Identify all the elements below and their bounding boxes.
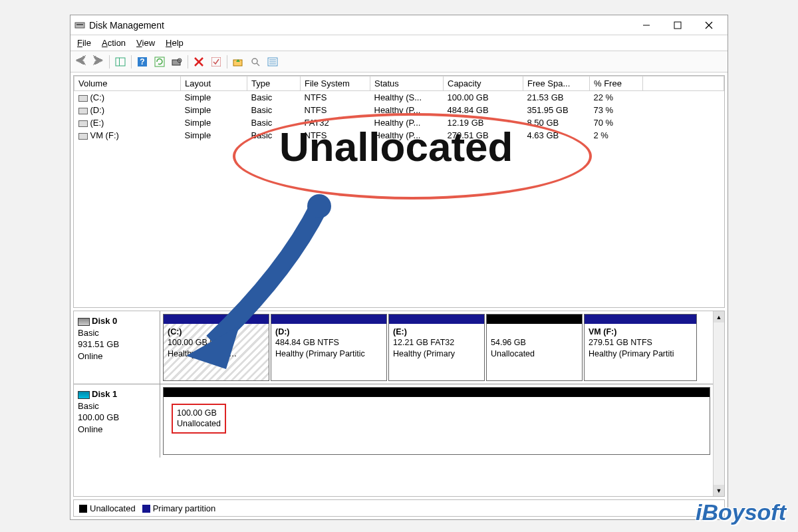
partition-primary[interactable]: (C:)100.00 GB NTFSHealthy (System… [163,314,269,381]
rescan-icon[interactable] [169,54,185,70]
partition-body: 54.96 GBUnallocated [487,324,582,380]
partition-body: (C:)100.00 GB NTFSHealthy (System… [164,324,269,380]
partition-primary[interactable]: (D:)484.84 GB NTFSHealthy (Primary Parti… [271,314,387,381]
disk-row-0: Disk 0 Basic 931.51 GB Online (C:)100.00… [74,311,713,384]
scroll-up-icon[interactable]: ▲ [714,311,724,323]
disk0-partitions: (C:)100.00 GB NTFSHealthy (System… (D:)4… [160,311,713,384]
svg-text:?: ? [140,57,144,66]
drive-icon [78,120,88,127]
col-capacity[interactable]: Capacity [444,76,523,91]
disk-management-window: Disk Management File Action View Help ⮜ … [70,15,728,520]
menu-action[interactable]: Action [102,38,126,48]
col-pfree[interactable]: % Free [590,76,643,91]
partition-primary[interactable]: (E:)12.21 GB FAT32Healthy (Primary [388,314,485,381]
delete-icon[interactable] [191,54,207,70]
window-controls [631,16,724,35]
volume-row[interactable]: (C:)SimpleBasicNTFSHealthy (S...100.00 G… [74,91,724,104]
partition-header [164,315,269,324]
svg-rect-6 [116,58,125,66]
menu-file[interactable]: File [77,38,91,48]
nav-forward-button[interactable]: ⮞ [90,54,106,70]
svg-rect-3 [674,22,681,29]
disk1-label[interactable]: Disk 1 Basic 100.00 GB Online [74,384,160,458]
nav-back-button[interactable]: ⮜ [73,54,89,70]
partition-header [585,315,696,324]
svg-point-17 [252,59,257,64]
disk-row-1: Disk 1 Basic 100.00 GB Online 100.00 GB … [74,384,713,458]
legend-primary: Primary partition [142,503,216,513]
menu-help[interactable]: Help [166,38,184,48]
svg-line-18 [257,63,259,66]
svg-rect-7 [119,58,120,66]
partition-primary[interactable]: VM (F:)279.51 GB NTFSHealthy (Primary Pa… [584,314,697,381]
volume-row[interactable]: (D:)SimpleBasicNTFSHealthy (P...484.84 G… [74,104,724,116]
partition-header [389,315,484,324]
help-icon[interactable]: ? [134,54,150,70]
disk-graphical-panel: ▲ ▼ Disk 0 Basic 931.51 GB Online (C:)10… [73,311,725,497]
vertical-scrollbar[interactable]: ▲ ▼ [713,311,724,496]
drive-icon [78,133,88,140]
col-free[interactable]: Free Spa... [523,76,590,91]
minimize-button[interactable] [631,16,661,35]
partition-body: VM (F:)279.51 GB NTFSHealthy (Primary Pa… [585,324,696,380]
col-fs[interactable]: File System [301,76,370,91]
partition-unallocated[interactable]: 54.96 GBUnallocated [486,314,583,381]
search-icon[interactable] [247,54,263,70]
menu-view[interactable]: View [136,38,155,48]
disk1-partitions: 100.00 GB Unallocated [160,384,713,458]
titlebar: Disk Management [70,15,728,35]
partition-header-unallocated [164,388,710,397]
disk-icon [78,318,90,326]
volume-list-panel: Volume Layout Type File System Status Ca… [73,75,725,308]
refresh-icon[interactable] [152,54,168,70]
list-icon[interactable] [265,54,281,70]
col-type[interactable]: Type [247,76,301,91]
highlight-box: 100.00 GB Unallocated [172,404,226,434]
check-icon[interactable] [208,54,224,70]
col-extra[interactable] [643,76,724,91]
scroll-down-icon[interactable]: ▼ [714,485,724,496]
window-title: Disk Management [89,20,631,31]
disk-icon [78,391,90,399]
close-button[interactable] [694,16,724,35]
volume-row[interactable]: VM (F:)SimpleBasicNTFSHealthy (P...279.5… [74,129,724,142]
svg-rect-15 [211,57,221,66]
watermark: iBoysoft [696,499,786,525]
drive-icon [78,95,88,102]
folder-up-icon[interactable] [230,54,246,70]
volume-row[interactable]: (E:)SimpleBasicFAT32Healthy (P...12.19 G… [74,116,724,129]
disk0-label[interactable]: Disk 0 Basic 931.51 GB Online [74,311,160,384]
app-icon [74,20,85,31]
toolbar: ⮜ ⮞ ? [70,51,728,72]
partition-body: (D:)484.84 GB NTFSHealthy (Primary Parti… [271,324,386,380]
col-status[interactable]: Status [370,76,444,91]
partition-header [487,315,582,324]
legend-unallocated: Unallocated [79,503,136,513]
partition-unallocated[interactable]: 100.00 GB Unallocated [163,387,710,455]
show-hide-pane-icon[interactable] [112,54,128,70]
drive-icon [78,108,88,114]
partition-body: 100.00 GB Unallocated [164,397,710,454]
partition-header [271,315,386,324]
col-volume[interactable]: Volume [74,76,181,91]
legend-bar: Unallocated Primary partition [73,499,725,517]
menubar: File Action View Help [70,35,728,51]
col-layout[interactable]: Layout [181,76,247,91]
partition-body: (E:)12.21 GB FAT32Healthy (Primary [389,324,484,380]
svg-rect-1 [76,24,83,25]
volume-table[interactable]: Volume Layout Type File System Status Ca… [74,76,724,142]
maximize-button[interactable] [662,16,692,35]
